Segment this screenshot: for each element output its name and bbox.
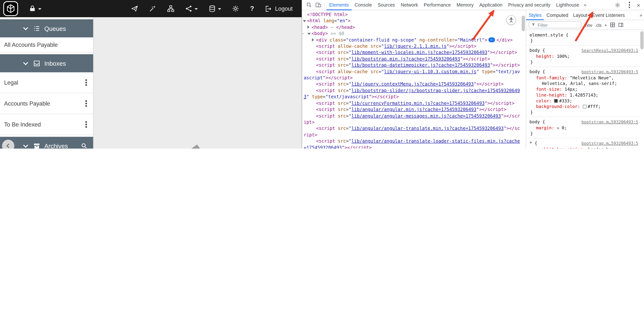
- back-button[interactable]: [2, 140, 14, 149]
- inspect-accessibility-icon[interactable]: [506, 15, 516, 25]
- devtools-menu-icon[interactable]: [628, 1, 631, 9]
- devtools-tab-privacy-and-security[interactable]: Privacy and security: [505, 0, 553, 10]
- devtools-tab-console[interactable]: Console: [352, 0, 375, 10]
- sidebar-item-accounts-payable[interactable]: Accounts Payable: [0, 93, 93, 114]
- sidebar-item-all-accounts-payable[interactable]: All Accounts Payable: [0, 38, 93, 53]
- resource-link[interactable]: lib/moment-with-locales.min.js?cache=175…: [351, 50, 487, 55]
- devtools-close-icon[interactable]: ×: [637, 2, 640, 8]
- more-adorner[interactable]: ⋯: [302, 31, 308, 37]
- dom-tree-line[interactable]: <script src="lib/angular/angular-transla…: [302, 138, 521, 149]
- dom-tree-line[interactable]: <script src="lib/angular/angular-transla…: [302, 125, 521, 138]
- css-selector[interactable]: * {: [530, 140, 538, 146]
- resource-link[interactable]: lib/angular/angular-messages.min.js?cach…: [351, 113, 501, 119]
- resource-link[interactable]: lib/jquery-2.1.1.min.js: [384, 44, 446, 49]
- kebab-menu-icon[interactable]: [85, 78, 88, 87]
- dom-tree-line[interactable]: <!DOCTYPE html>: [302, 12, 521, 18]
- expander-closed-icon[interactable]: [312, 37, 316, 43]
- dom-tree-line[interactable]: <script allow-cache src="lib/jquery-ui-1…: [302, 69, 521, 81]
- css-property[interactable]: -webkit-box-sizing: border-box;: [530, 146, 638, 149]
- element-classes-button[interactable]: .cls: [595, 23, 602, 27]
- sidebar-section-inboxes[interactable]: Inboxes: [0, 54, 93, 72]
- device-toolbar-icon[interactable]: [314, 2, 322, 8]
- styles-filter-input[interactable]: Filter: [529, 21, 581, 28]
- color-swatch[interactable]: [583, 105, 586, 109]
- dom-tree-line[interactable]: <script src="lib/jquery.contextMenu.js?c…: [302, 81, 521, 87]
- sidebar-section-archives[interactable]: Archives: [0, 137, 93, 149]
- toggle-element-state-button[interactable]: :hov: [584, 23, 592, 27]
- workflow-icon[interactable]: [167, 5, 175, 12]
- expander-closed-icon[interactable]: [308, 24, 312, 31]
- resource-link[interactable]: lib/currencyFormatting.min.js?cache=1754…: [351, 101, 484, 106]
- kebab-menu-icon[interactable]: [85, 99, 88, 108]
- styles-tab-styles[interactable]: Styles: [526, 10, 544, 20]
- settings-gear-icon[interactable]: [232, 5, 240, 12]
- styles-tab-layout[interactable]: Layout: [571, 10, 590, 20]
- resource-link[interactable]: lib/angular/angular-translate.min.js?cac…: [351, 126, 504, 131]
- expander-open-icon[interactable]: [303, 18, 307, 24]
- connections-icon[interactable]: [185, 5, 198, 12]
- devtools-tab-lighthouse[interactable]: Lighthouse: [553, 0, 582, 10]
- chevron-down-icon[interactable]: [22, 60, 29, 67]
- devtools-tab-performance[interactable]: Performance: [421, 0, 454, 10]
- resource-link[interactable]: lib/jquery.contextMenu.js?cache=17545932…: [351, 82, 474, 87]
- lock-icon[interactable]: [29, 5, 42, 12]
- dom-tree-line[interactable]: <script allow-cache src="lib/jquery-2.1.…: [302, 43, 521, 50]
- app-logo-icon[interactable]: [3, 1, 18, 16]
- stylesheet-link[interactable]: SearchResul…593206493:1: [581, 48, 638, 54]
- sidebar-item-to-be-indexed[interactable]: To Be Indexed: [0, 114, 93, 135]
- dom-tree-line[interactable]: <script src="lib/bootstrap-datetimepicke…: [302, 62, 521, 69]
- elements-vertical-scrollbar[interactable]: [522, 16, 525, 31]
- dom-tree-line[interactable]: <script src="lib/bootstrap-slider/js/boo…: [302, 87, 521, 100]
- styles-tab-event-listeners[interactable]: Event Listeners: [590, 10, 627, 20]
- styles-scrollbar[interactable]: [640, 31, 644, 49]
- stylesheet-link[interactable]: bootstrap.m…593206493:5: [581, 69, 638, 75]
- stylesheet-link[interactable]: bootstrap.m…593206493:5: [581, 141, 638, 146]
- css-property[interactable]: background-color: #fff;: [530, 104, 638, 109]
- inspect-icon[interactable]: [304, 2, 314, 8]
- new-style-rule-button[interactable]: +: [604, 23, 607, 27]
- more-tabs-icon[interactable]: »: [582, 2, 588, 8]
- magic-wand-icon[interactable]: [149, 5, 157, 12]
- devtools-tab-application[interactable]: Application: [476, 0, 505, 10]
- help-icon[interactable]: ?: [250, 5, 254, 12]
- send-icon[interactable]: [131, 5, 138, 12]
- color-swatch[interactable]: [554, 99, 558, 103]
- css-property[interactable]: line-height: 1.42857143;: [530, 92, 638, 98]
- expander-open-icon[interactable]: [308, 31, 312, 37]
- dom-tree-line[interactable]: <script src="lib/bootstrap.min.js?cache=…: [302, 56, 521, 62]
- dom-tree-line[interactable]: <html lang="en">: [302, 18, 521, 24]
- devtools-settings-icon[interactable]: [613, 2, 622, 8]
- dom-tree-line[interactable]: <script src="lib/angular/angular.min.js?…: [302, 107, 521, 113]
- search-icon[interactable]: [81, 143, 87, 149]
- css-property[interactable]: height: 100%;: [530, 53, 638, 59]
- dom-tree-line[interactable]: <head> ⋯ </head>: [302, 24, 521, 31]
- dom-tree-line[interactable]: <script src="lib/currencyFormatting.min.…: [302, 100, 521, 107]
- css-property[interactable]: font-size: 14px;: [530, 86, 638, 92]
- sidebar-item-legal[interactable]: Legal: [0, 72, 93, 93]
- styles-more-tabs-icon[interactable]: »: [638, 12, 644, 18]
- kebab-menu-icon[interactable]: [85, 120, 88, 129]
- resource-link[interactable]: lib/angular/angular.min.js?cache=1754593…: [351, 107, 476, 112]
- resource-link[interactable]: lib/bootstrap-datetimepicker.js?cache=17…: [351, 63, 490, 68]
- css-property[interactable]: margin: 0;: [530, 125, 638, 131]
- chevron-down-icon[interactable]: [22, 25, 29, 32]
- expand-value-icon[interactable]: [557, 127, 560, 129]
- dom-tree-line[interactable]: <script src="lib/moment-with-locales.min…: [302, 49, 521, 56]
- computed-panel-icon[interactable]: [618, 22, 624, 28]
- devtools-tab-memory[interactable]: Memory: [454, 0, 476, 10]
- styles-tab-computed[interactable]: Computed: [544, 10, 571, 20]
- logout-button[interactable]: Logout: [265, 5, 293, 12]
- css-property[interactable]: color: #333;: [530, 98, 638, 104]
- stylesheet-link[interactable]: bootstrap.m…593206493:5: [581, 119, 638, 125]
- sidebar-section-queues[interactable]: Queues: [0, 19, 93, 38]
- devtools-tab-sources[interactable]: Sources: [375, 0, 398, 10]
- database-icon[interactable]: [209, 5, 222, 12]
- css-selector[interactable]: element.style {: [530, 32, 568, 38]
- devtools-tab-elements[interactable]: Elements: [326, 0, 352, 10]
- css-selector[interactable]: body {: [530, 69, 545, 75]
- chevron-down-icon[interactable]: [22, 142, 29, 149]
- css-selector[interactable]: body {: [530, 119, 545, 124]
- grid-icon[interactable]: [610, 22, 615, 28]
- dom-tree-line[interactable]: <div class="container-fluid ng-scope" ng…: [302, 37, 521, 43]
- resource-link[interactable]: lib/bootstrap.min.js?cache=1754593206493: [351, 56, 460, 62]
